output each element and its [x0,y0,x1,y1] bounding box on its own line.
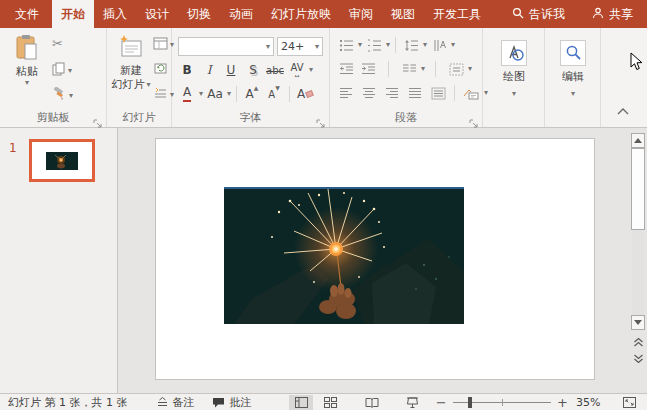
zoom-level[interactable]: 35% [576,396,605,409]
line-spacing-button[interactable] [401,36,421,54]
tab-view[interactable]: 视图 [382,0,424,28]
format-painter-button[interactable]: ▾ [52,86,73,105]
slide-thumbnail[interactable] [29,139,95,182]
new-slide-button[interactable]: 新建 幻灯片 ▾ [110,34,152,92]
bullets-icon [339,39,354,52]
slide-sorter-icon [324,397,337,408]
font-dialog-launcher-icon[interactable] [316,114,326,124]
clear-formatting-button[interactable]: A [295,85,315,103]
cut-button[interactable]: ✂ [52,36,63,51]
section-button[interactable]: ▾ [153,85,174,104]
tab-review[interactable]: 审阅 [340,0,382,28]
previous-slide-button[interactable] [631,336,645,349]
paragraph-dialog-launcher-icon[interactable] [469,114,479,124]
bullets-button[interactable] [336,36,356,54]
change-case-dropdown[interactable]: ▾ [227,90,231,98]
underline-button[interactable]: U [221,61,241,79]
drawing-dropdown[interactable]: ▾ [512,90,516,98]
line-spacing-dropdown[interactable]: ▾ [423,41,427,49]
copy-button[interactable]: ▾ [52,61,72,80]
tab-developer[interactable]: 开发工具 [424,0,490,28]
paste-dropdown[interactable]: ▾ [25,79,29,87]
font-name-dropdown[interactable]: ▾ [266,43,270,51]
reading-view-button[interactable] [361,395,385,410]
text-direction-dropdown[interactable]: ▾ [451,41,455,49]
editing-button[interactable]: 编辑 ▾ [559,40,587,98]
convert-smartart-button[interactable] [461,84,481,102]
columns-dropdown[interactable]: ▾ [421,65,425,73]
fit-to-window-button[interactable] [617,395,641,410]
align-text-dropdown[interactable]: ▾ [468,65,472,73]
char-spacing-dropdown[interactable]: ▾ [309,66,313,74]
zoom-in-button[interactable]: + [557,395,568,410]
fit-to-window-icon [623,397,636,408]
collapse-ribbon-button[interactable] [617,100,629,119]
increase-indent-button[interactable] [358,60,378,78]
slide-sorter-view-button[interactable] [319,395,343,410]
scroll-up-button[interactable] [631,133,645,148]
tell-me-box[interactable]: 告诉我 [504,0,573,28]
font-size-combo[interactable]: 24+ ▾ [277,37,323,56]
normal-view-button[interactable] [289,395,313,410]
shrink-font-button[interactable]: A ▼ [264,85,284,103]
bold-button[interactable]: B [177,61,197,79]
zoom-slider-thumb[interactable] [468,397,472,408]
grow-font-button[interactable]: A ▲ [242,85,262,103]
format-painter-dropdown[interactable]: ▾ [69,92,73,100]
font-size-dropdown[interactable]: ▾ [315,43,319,51]
scrollbar-thumb[interactable] [631,148,645,230]
justify-button[interactable] [405,84,425,102]
layout-button[interactable]: ▾ [153,35,174,54]
align-right-button[interactable] [382,84,402,102]
change-case-button[interactable]: Aa [205,85,225,103]
paste-button[interactable]: 粘贴 ▾ [8,34,46,87]
paste-icon [15,34,39,65]
sparkler-image[interactable] [224,187,464,324]
person-icon [592,7,604,22]
editing-group: 编辑 ▾ [545,28,601,127]
clipboard-group-label: 剪贴板 [37,111,70,124]
font-color-dropdown[interactable]: ▾ [199,90,203,98]
font-color-button[interactable]: A [177,85,197,103]
tab-slideshow[interactable]: 幻灯片放映 [262,0,340,28]
tab-file[interactable]: 文件 [2,0,52,28]
slideshow-view-button[interactable] [400,395,424,410]
slide-canvas[interactable] [155,138,595,380]
new-slide-dropdown[interactable]: ▾ [146,81,150,89]
strikethrough-button[interactable]: abc [265,61,285,79]
align-text-button[interactable] [446,60,466,78]
numbering-button[interactable] [364,36,384,54]
zoom-out-button[interactable]: − [436,395,447,410]
tab-home[interactable]: 开始 [52,0,94,28]
tab-animations[interactable]: 动画 [220,0,262,28]
clipboard-dialog-launcher-icon[interactable] [93,114,103,124]
numbering-dropdown[interactable]: ▾ [386,41,390,49]
align-left-button[interactable] [336,84,356,102]
drawing-button[interactable]: 绘图 ▾ [500,40,528,98]
tab-insert[interactable]: 插入 [94,0,136,28]
text-shadow-button[interactable]: S [243,61,263,79]
tab-transitions[interactable]: 切换 [178,0,220,28]
bullets-dropdown[interactable]: ▾ [358,41,362,49]
notes-button[interactable]: 备注 [157,395,194,410]
tab-design[interactable]: 设计 [136,0,178,28]
char-spacing-button[interactable]: AV ↔ [287,61,307,79]
decrease-indent-button[interactable] [336,60,356,78]
share-button[interactable]: 共享 [582,0,643,28]
copy-dropdown[interactable]: ▾ [68,67,72,75]
zoom-slider[interactable] [453,396,551,408]
distribute-button[interactable] [428,84,448,102]
font-name-combo[interactable]: ▾ [178,37,274,56]
columns-button[interactable] [399,60,419,78]
comments-button[interactable]: 批注 [212,395,251,410]
distribute-icon [431,87,446,100]
text-direction-button[interactable] [429,36,449,54]
scroll-down-button[interactable] [631,315,645,330]
italic-button[interactable]: I [199,61,219,79]
new-slide-icon [118,34,144,64]
reset-slide-button[interactable] [153,60,168,79]
next-slide-button[interactable] [631,352,645,365]
editing-dropdown[interactable]: ▾ [571,90,575,98]
scroll-down-icon [634,320,642,325]
align-center-button[interactable] [359,84,379,102]
